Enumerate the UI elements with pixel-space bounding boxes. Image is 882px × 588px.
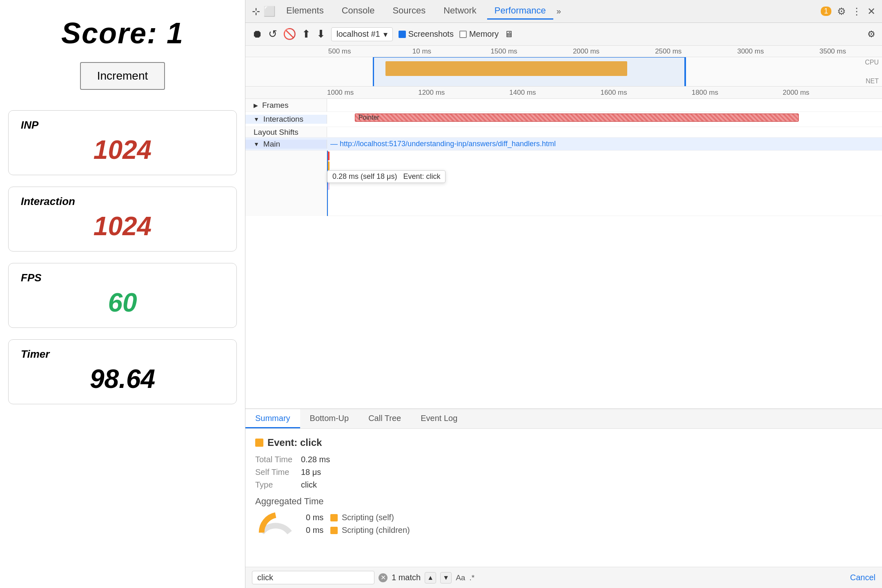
tooltip-box: 0.28 ms (self 18 μs) Event: click: [327, 170, 445, 183]
legend-value-1: 0 ms: [306, 526, 326, 535]
screenshots-label: Screenshots: [408, 29, 454, 39]
net-label: NET: [866, 78, 879, 85]
url-text: localhost #1: [336, 29, 380, 39]
legend-item-1: 0 ms Scripting (children): [306, 526, 410, 535]
donut-chart: [255, 512, 296, 536]
detail-tick-1400: 1400 ms: [509, 89, 600, 97]
score-display: Score: 1: [61, 16, 184, 50]
detail-ruler: 1000 ms 1200 ms 1400 ms 1600 ms 1800 ms …: [245, 87, 882, 99]
self-time-label: Self Time: [255, 468, 296, 477]
overview-ruler: 500 ms 10 ms 1500 ms 2000 ms 2500 ms 300…: [245, 46, 882, 57]
selection-end-bracket[interactable]: [685, 57, 686, 87]
cpu-label: CPU: [865, 59, 879, 66]
self-time-value: 18 μs: [301, 468, 321, 477]
detail-tick-1200: 1200 ms: [418, 89, 509, 97]
regex-button[interactable]: .*: [469, 573, 474, 582]
tab-elements[interactable]: Elements: [279, 3, 331, 20]
upload-icon[interactable]: ⬆: [302, 28, 311, 40]
devtools-panel: ⊹ ⬜ Elements Console Sources Network Per…: [245, 0, 882, 588]
tab-bottom-up[interactable]: Bottom-Up: [300, 409, 359, 428]
timeline-main[interactable]: 1000 ms 1200 ms 1400 ms 1600 ms 1800 ms …: [245, 87, 882, 408]
pointer-bar[interactable]: Pointer: [355, 114, 799, 122]
timeline-cpu-area: CPU NET: [245, 57, 882, 87]
task-area-row: Task Event: pointerup Function Call 0.28…: [245, 151, 882, 216]
inspector-icon[interactable]: ⊹: [252, 6, 260, 17]
timeline-overview[interactable]: 500 ms 10 ms 1500 ms 2000 ms 2500 ms 300…: [245, 46, 882, 87]
main-url: — http://localhost:5173/understanding-in…: [330, 140, 556, 148]
tab-event-log[interactable]: Event Log: [411, 409, 467, 428]
ruler-tick-1500: 1500 ms: [463, 47, 545, 56]
legend-value-0: 0 ms: [306, 513, 326, 522]
legend-item-0: 0 ms Scripting (self): [306, 513, 410, 522]
legend-label-1: Scripting (children): [342, 526, 410, 535]
increment-button[interactable]: Increment: [80, 62, 165, 90]
warning-badge: 1: [821, 7, 831, 16]
summary-content: Event: click Total Time 0.28 ms Self Tim…: [245, 429, 882, 567]
ruler-tick-3500: 3500 ms: [792, 47, 874, 56]
tab-console[interactable]: Console: [334, 3, 382, 20]
event-title: Event: click: [267, 437, 322, 448]
tab-summary[interactable]: Summary: [245, 409, 300, 428]
search-prev-button[interactable]: ▲: [425, 572, 436, 584]
search-input[interactable]: [252, 571, 374, 584]
devtools-toolbar: ⊹ ⬜ Elements Console Sources Network Per…: [245, 0, 882, 23]
search-clear-button[interactable]: ✕: [379, 573, 388, 582]
selection-overlay[interactable]: [373, 57, 685, 87]
timer-label: Timer: [21, 348, 224, 361]
memory-checkbox-label[interactable]: Memory: [459, 29, 499, 39]
task-label: [245, 151, 327, 216]
interactions-content: Pointer: [327, 112, 882, 127]
url-dropdown-icon[interactable]: ▾: [383, 29, 388, 39]
tab-sources[interactable]: Sources: [385, 3, 433, 20]
frames-content: [327, 100, 882, 111]
settings-icon[interactable]: ⚙: [837, 6, 846, 17]
tab-performance[interactable]: Performance: [487, 3, 553, 20]
legend-items: 0 ms Scripting (self) 0 ms Scripting (ch…: [306, 513, 410, 535]
fps-label: FPS: [21, 272, 224, 284]
match-case-button[interactable]: Aa: [456, 573, 465, 582]
perf-settings-icon[interactable]: ⚙: [867, 29, 875, 40]
screenshots-checkbox-label[interactable]: Screenshots: [399, 29, 454, 39]
vline-solid: [327, 151, 328, 216]
download-icon[interactable]: ⬇: [316, 28, 325, 40]
inp-card: INP 1024: [8, 110, 237, 175]
ruler-tick-500: 500 ms: [298, 47, 381, 56]
close-icon[interactable]: ✕: [867, 6, 875, 17]
tab-call-tree[interactable]: Call Tree: [359, 409, 411, 428]
timer-value: 98.64: [21, 364, 224, 394]
screenshots-checkbox[interactable]: [399, 31, 406, 38]
device-icon[interactable]: ⬜: [263, 6, 276, 17]
summary-tabs: Summary Bottom-Up Call Tree Event Log: [245, 409, 882, 429]
ruler-tick-2000: 2000 ms: [545, 47, 627, 56]
type-label: Type: [255, 480, 296, 490]
memory-checkbox[interactable]: [459, 31, 467, 38]
clear-icon[interactable]: 🚫: [283, 28, 296, 40]
memory-icon[interactable]: 🖥: [504, 29, 513, 40]
donut-and-legend: 0 ms Scripting (self) 0 ms Scripting (ch…: [255, 512, 872, 536]
ruler-tick-3000: 3000 ms: [709, 47, 791, 56]
inp-value: 1024: [21, 135, 224, 165]
type-row: Type click: [255, 480, 872, 490]
left-panel: Score: 1 Increment INP 1024 Interaction …: [0, 0, 245, 588]
main-section-row: ▼ Main — http://localhost:5173/understan…: [245, 138, 882, 151]
search-cancel-button[interactable]: Cancel: [850, 573, 875, 582]
summary-left: Event: click Total Time 0.28 ms Self Tim…: [255, 437, 872, 559]
frames-row: ▶ Frames: [245, 99, 882, 112]
pointer-label: Pointer: [359, 114, 379, 121]
total-time-value: 0.28 ms: [301, 455, 330, 464]
reload-icon[interactable]: ↺: [268, 28, 277, 40]
layout-shifts-label: Layout Shifts: [245, 127, 327, 137]
tab-network[interactable]: Network: [436, 3, 484, 20]
event-title-row: Event: click: [255, 437, 872, 448]
ruler-tick-2500: 2500 ms: [627, 47, 709, 56]
more-tabs-icon[interactable]: »: [557, 7, 561, 16]
more-options-icon[interactable]: ⋮: [852, 6, 862, 17]
interaction-card: Interaction 1024: [8, 187, 237, 252]
aggregated-title: Aggregated Time: [255, 496, 872, 507]
search-next-button[interactable]: ▼: [440, 572, 452, 584]
timer-card: Timer 98.64: [8, 339, 237, 404]
detail-tick-1600: 1600 ms: [601, 89, 692, 97]
record-icon[interactable]: ⏺: [252, 28, 263, 40]
interactions-label: ▼ Interactions: [245, 115, 327, 124]
ruler-tick-10: 10 ms: [381, 47, 463, 56]
